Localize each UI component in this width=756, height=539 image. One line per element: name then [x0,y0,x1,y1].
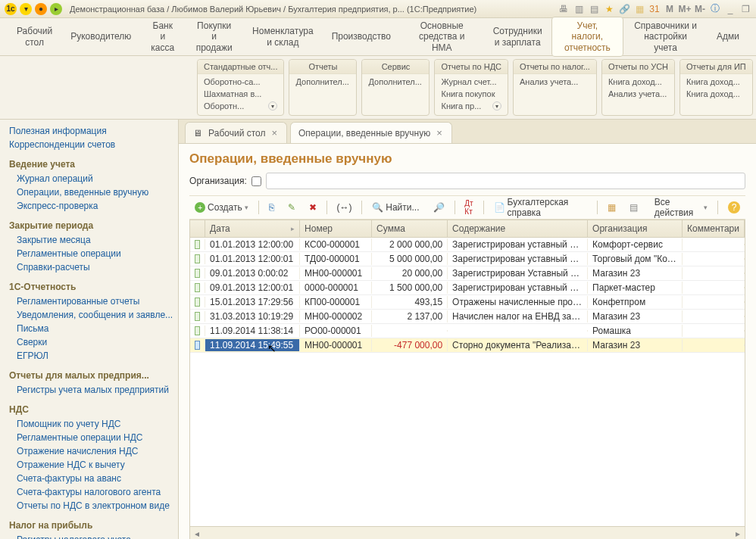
copy-button[interactable]: ⎘ [264,199,280,216]
sidebar-sublink[interactable]: Отражение начисления НДС [9,444,178,458]
clear-find-button[interactable]: 🔎 [428,199,450,216]
ribbon-link[interactable]: Книга пр...▾ [441,100,501,112]
sidebar-sublink[interactable]: Регистры налогового учета [9,533,178,539]
ribbon-link[interactable]: Дополнител... [295,76,350,88]
dt-kt-button[interactable]: ДтКт [459,199,478,216]
menu-item[interactable]: Адми [708,28,748,45]
window-button[interactable]: ● [35,3,47,15]
menu-item[interactable]: Руководителю [61,28,140,45]
menu-item[interactable]: Рабочийстол [8,23,61,51]
menu-item[interactable]: Учет, налоги,отчетность [551,17,623,57]
list-button[interactable]: ▦ [602,199,621,216]
sidebar-sublink[interactable]: ЕГРЮЛ [9,349,178,363]
h-scrollbar[interactable]: ◂ ▸ [190,526,745,539]
sidebar-sublink[interactable]: Отчеты по НДС в электронном виде [9,499,178,513]
menu-item[interactable]: Покупки ипродажи [185,17,243,56]
col-date[interactable]: Дата▸ [205,220,300,237]
minimize-icon[interactable]: _ [723,2,737,16]
ribbon-link[interactable]: Оборотно-са... [204,76,277,88]
sidebar-sublink[interactable]: Помощник по учету НДС [9,417,178,431]
table-row[interactable]: 01.01.2013 12:00:01ТД00-0000015 000 000,… [190,252,745,266]
table-row[interactable]: 09.01.2013 0:00:02МН00-00000120 000,00За… [190,266,745,281]
ribbon-link[interactable]: Книга доход... [686,76,746,88]
note-icon[interactable]: ▦ [633,2,646,16]
org-checkbox[interactable] [251,176,261,186]
sidebar-sublink[interactable]: Регламентированные отчеты [9,294,178,308]
menu-item[interactable]: Основныесредства и НМА [400,17,484,56]
refresh-button[interactable]: (↔) [331,199,357,216]
window-button[interactable]: ▸ [50,3,62,15]
ribbon-link[interactable]: Анализ учета... [608,88,668,100]
report-button[interactable]: ▤ [624,199,643,216]
sidebar-sublink[interactable]: Операции, введенные вручную [9,185,178,199]
sidebar-sublink[interactable]: Закрытие месяца [9,233,178,247]
doc-icon[interactable]: ▥ [572,2,586,16]
sidebar-sublink[interactable]: Справки-расчеты [9,260,178,274]
sidebar-sublink[interactable]: Сверки [9,335,178,349]
all-actions-button[interactable]: Все действия ▾ [649,199,713,216]
sidebar-link[interactable]: Корреспонденции счетов [9,138,178,151]
col-desc[interactable]: Содержание [448,220,588,237]
sidebar-sublink[interactable]: Письма [9,322,178,335]
ribbon-link[interactable]: Анализ учета... [520,76,590,88]
ribbon-link[interactable]: Журнал счет... [441,76,501,88]
m-button[interactable]: M [663,2,676,16]
sidebar-sublink[interactable]: Счета-фактуры налогового агента [9,485,178,499]
sidebar-sublink[interactable]: Экспресс-проверка [9,199,178,213]
sidebar-link[interactable]: Полезная информация [9,124,178,138]
maximize-icon[interactable]: ❐ [739,2,752,16]
sidebar-sublink[interactable]: Регламентные операции НДС [9,431,178,444]
menu-item[interactable]: Производство [323,28,400,45]
chevron-down-icon[interactable]: ▾ [268,101,277,111]
tab[interactable]: Операции, введенные вручную× [290,122,452,143]
grid-body[interactable]: 01.01.2013 12:00:00КС00-0000012 000 000,… [190,238,745,526]
edit-button[interactable]: ✎ [283,199,301,216]
ribbon-link[interactable]: Книга доход... [686,88,746,100]
reference-button[interactable]: 📄 Бухгалтерская справка [489,199,592,216]
scroll-left[interactable]: ◂ [190,528,204,540]
ribbon-link[interactable]: Шахматная в... [204,88,277,100]
m-minus-button[interactable]: M- [693,2,707,16]
scroll-right[interactable]: ▸ [731,528,745,540]
ribbon-link[interactable]: Дополнител... [368,76,423,88]
ribbon-link[interactable]: Книга доход... [608,76,668,88]
sidebar-sublink[interactable]: Регламентные операции [9,247,178,260]
chevron-down-icon[interactable]: ▾ [492,101,501,111]
org-input[interactable] [266,173,745,189]
menu-item[interactable]: Справочники инастройки учета [623,17,708,56]
link-icon[interactable]: 🔗 [617,2,631,16]
delete-button[interactable]: ✖ [304,199,322,216]
close-icon[interactable]: × [270,127,279,139]
sidebar-sublink[interactable]: Журнал операций [9,172,178,185]
sidebar-sublink[interactable]: Отражение НДС к вычету [9,458,178,472]
col-number[interactable]: Номер [300,220,372,237]
table-row[interactable]: 11.09.2014 15:49:55МН00-000001-477 000,0… [190,338,745,353]
table-row[interactable]: 15.01.2013 17:29:56КП00-000001493,15Отра… [190,295,745,310]
m-plus-button[interactable]: M+ [678,2,692,16]
calendar-icon[interactable]: 31 [648,2,661,16]
table-row[interactable]: 01.01.2013 12:00:00КС00-0000012 000 000,… [190,238,745,252]
find-button[interactable]: 🔍 Найти... [367,199,424,216]
col-comment[interactable]: Комментари [683,220,745,237]
menu-item[interactable]: Номенклатураи склад [243,23,323,51]
ribbon-link[interactable]: Оборотн...▾ [204,100,277,112]
close-icon[interactable]: × [435,127,444,139]
help-button[interactable]: ? [723,199,745,216]
window-button[interactable]: ▾ [20,3,32,15]
menu-item[interactable]: Банк икасса [140,17,185,56]
tools-icon[interactable]: ▤ [587,2,601,16]
col-org[interactable]: Организация [588,220,683,237]
ribbon-link[interactable]: Книга покупок [441,88,501,100]
tab[interactable]: 🖥Рабочий стол× [185,122,287,143]
table-row[interactable]: 09.01.2013 12:00:010000-0000011 500 000,… [190,281,745,295]
col-icon[interactable] [190,220,205,237]
star-icon[interactable]: ★ [602,2,616,16]
table-row[interactable]: 31.03.2013 10:19:29МН00-0000022 137,00На… [190,310,745,324]
col-sum[interactable]: Сумма [372,220,448,237]
info-icon[interactable]: ⓘ [708,2,722,16]
table-row[interactable]: 11.09.2014 11:38:14РО00-000001Ромашка [190,324,745,338]
sidebar-sublink[interactable]: Уведомления, сообщения и заявле... [9,308,178,322]
menu-item[interactable]: Сотрудникии зарплата [484,23,551,51]
sidebar-sublink[interactable]: Регистры учета малых предприятий [9,383,178,397]
sidebar-sublink[interactable]: Счета-фактуры на аванс [9,472,178,485]
